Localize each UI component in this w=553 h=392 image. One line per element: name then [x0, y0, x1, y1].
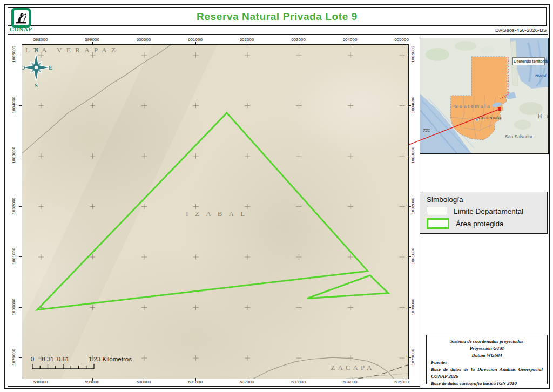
grid-tick — [144, 378, 144, 381]
grid-cross-icon — [38, 103, 44, 109]
label-zacapa: ZACAPA — [307, 363, 399, 372]
compass-s: S — [35, 83, 38, 89]
grid-cross-icon — [38, 254, 44, 260]
protected-area-polygon — [307, 275, 388, 299]
grid-tick — [19, 105, 22, 106]
grid-cross-icon — [193, 52, 199, 58]
grid-tick — [41, 378, 41, 381]
inset-country-label: G u a t e m a l a — [439, 104, 505, 109]
credit-line: Fuente: — [431, 359, 543, 366]
grid-tick — [19, 206, 22, 207]
grid-tick — [19, 307, 22, 308]
grid-label-y: 1680000 — [11, 294, 16, 320]
grid-tick — [41, 42, 41, 44]
legend-item-protected: Área protegida — [427, 218, 541, 229]
grid-tick — [92, 378, 93, 381]
grid-tick — [19, 256, 22, 257]
grid-cross-icon — [90, 153, 96, 159]
grid-cross-icon — [296, 254, 302, 260]
grid-tick — [408, 156, 411, 156]
grid-cross-icon — [193, 153, 199, 159]
grid-cross-icon — [296, 52, 302, 58]
grid-cross-icon — [141, 204, 147, 209]
conap-logo-monkey-icon — [14, 10, 29, 25]
credit-line: Base de datos cartografía básica IGN 201… — [431, 380, 543, 387]
grid-cross-icon — [348, 103, 353, 109]
legend: Simbología Límite Departamental Área pro… — [420, 192, 548, 234]
grid-cross-icon — [141, 52, 147, 58]
inset-honduras-label: H o — [538, 113, 549, 119]
grid-tick — [19, 357, 22, 358]
grid-cross-icon — [348, 153, 353, 159]
grid-cross-icon — [348, 305, 353, 310]
grid-cross-icon — [348, 254, 353, 260]
scale-bar: 00.310.611.23 Kilómetros — [26, 350, 151, 373]
document-id: DAGeos-456-2026-BS — [378, 27, 547, 33]
boundary-limite-esquina-faint — [346, 374, 408, 379]
grid-tick — [19, 55, 22, 55]
legend-title: Simbología — [427, 195, 541, 204]
inset-locator-map: G u a t e m a l a Guatemala San Salvador… — [420, 38, 549, 154]
grid-label-y: 1684000 — [11, 92, 16, 118]
page-title: Reserva Natural Privada Lote 9 — [197, 11, 358, 23]
grid-cross-icon — [348, 204, 353, 209]
compass-o: O — [22, 65, 25, 71]
inset-city-label: Guatemala — [478, 115, 501, 120]
grid-label-y: 1679000 — [11, 344, 16, 370]
credit-line: Datum WGS84 — [431, 352, 543, 359]
grid-tick — [408, 256, 411, 257]
grid-label-y: 1685000 — [11, 42, 16, 67]
credits-box: Sistema de coordenadas proyectadas Proye… — [426, 335, 548, 384]
legend-item-label: Límite Departamental — [454, 207, 523, 215]
grid-tick — [144, 42, 144, 44]
grid-tick — [408, 307, 411, 308]
scale-label: 0.61 — [57, 356, 69, 362]
scale-label: 0 — [31, 356, 34, 362]
content-divider — [419, 34, 548, 35]
grid-tick — [299, 42, 299, 44]
departmental-boundary-swatch — [427, 207, 447, 215]
grid-tick — [247, 378, 247, 381]
map-layout-page: Reserva Natural Privada Lote 9 CONAP DAG… — [0, 0, 553, 392]
location-marker-icon — [498, 107, 501, 111]
header: Reserva Natural Privada Lote 9 — [8, 7, 547, 26]
grid-cross-icon — [400, 355, 405, 361]
grid-cross-icon — [245, 355, 250, 361]
grid-cross-icon — [90, 103, 96, 109]
grid-cross-icon — [141, 254, 147, 260]
grid-tick — [408, 206, 411, 207]
grid-cross-icon — [245, 254, 250, 260]
grid-cross-icon — [90, 305, 96, 310]
grid-cross-icon — [141, 153, 147, 159]
grid-tick — [402, 42, 402, 44]
grid-cross-icon — [296, 305, 302, 310]
grid-cross-icon — [141, 305, 147, 310]
grid-tick — [195, 378, 196, 381]
grid-tick — [195, 42, 196, 44]
grid-cross-icon — [193, 204, 199, 209]
compass-e: E — [49, 65, 52, 71]
grid-cross-icon — [400, 254, 405, 260]
credit-line: Proyección GTM — [431, 345, 543, 352]
grid-tick — [350, 378, 350, 381]
grid-cross-icon — [245, 103, 250, 109]
grid-label-y: 1683000 — [11, 143, 16, 168]
grid-tick — [19, 156, 22, 156]
grid-cross-icon — [296, 204, 302, 209]
inset-san-salvador-label: San Salvador — [505, 134, 532, 139]
protected-area-swatch — [427, 218, 449, 229]
grid-cross-icon — [193, 103, 199, 109]
scale-label: 1.23 Kilómetros — [89, 356, 132, 362]
credit-line: CONAP 2026 — [431, 373, 543, 380]
grid-cross-icon — [400, 153, 405, 159]
grid-cross-icon — [141, 103, 147, 109]
grid-tick — [402, 378, 402, 381]
main-map: ALTA VERAPAZ I Z A B A L ZACAPA N E S O … — [22, 44, 409, 379]
conap-logo-icon — [11, 8, 31, 28]
grid-cross-icon — [400, 103, 405, 109]
grid-cross-icon — [400, 305, 405, 310]
grid-cross-icon — [193, 305, 199, 310]
grid-cross-icon — [296, 153, 302, 159]
grid-tick — [408, 55, 411, 55]
grid-tick — [408, 357, 411, 358]
